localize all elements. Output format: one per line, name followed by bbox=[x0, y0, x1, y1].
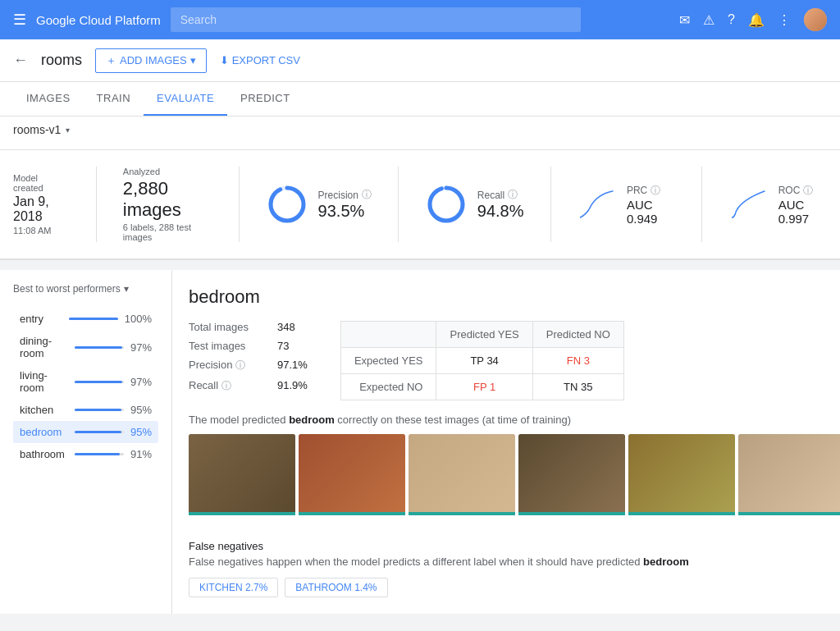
prc-label: PRC ⓘ bbox=[627, 184, 675, 198]
detail-precision-label: Precision ⓘ bbox=[189, 359, 271, 373]
secondary-nav: ← rooms ＋ ADD IMAGES ▾ ⬇ EXPORT CSV bbox=[0, 39, 840, 82]
nav-icons: ✉ ⚠ ? 🔔 ⋮ bbox=[679, 8, 827, 31]
detail-recall-value: 91.9% bbox=[277, 379, 308, 391]
help-icon[interactable]: ? bbox=[728, 12, 735, 27]
back-button[interactable]: ← bbox=[13, 52, 28, 69]
kitchen-pct: 95% bbox=[130, 404, 152, 416]
sidebar: Best to worst performers ▾ entry 100% di… bbox=[0, 270, 172, 614]
kitchen-label: kitchen bbox=[20, 404, 68, 416]
tab-images[interactable]: IMAGES bbox=[13, 82, 84, 116]
prc-info: PRC ⓘ AUC 0.949 bbox=[627, 184, 675, 226]
test-images-row: Test images 73 bbox=[189, 340, 308, 352]
bedroom-bar bbox=[75, 431, 124, 433]
images-strip bbox=[189, 434, 840, 520]
total-images-row: Total images 348 bbox=[189, 321, 308, 333]
chip-kitchen[interactable]: KITCHEN 2.7% bbox=[189, 578, 278, 597]
avatar[interactable] bbox=[804, 8, 827, 31]
more-icon[interactable]: ⋮ bbox=[778, 12, 791, 28]
email-icon[interactable]: ✉ bbox=[679, 12, 690, 28]
chip-bathroom[interactable]: BATHROOM 1.4% bbox=[285, 578, 387, 597]
add-images-button[interactable]: ＋ ADD IMAGES ▾ bbox=[95, 48, 207, 73]
hamburger-menu[interactable]: ☰ bbox=[13, 11, 26, 29]
add-images-label: ADD IMAGES bbox=[120, 54, 187, 66]
roc-chart bbox=[728, 184, 769, 225]
sidebar-item-living-room[interactable]: living-room 97% bbox=[13, 364, 158, 399]
brand-name: Google Cloud Platform bbox=[36, 13, 161, 27]
sort-selector[interactable]: Best to worst performers ▾ bbox=[13, 283, 158, 295]
room-image-2[interactable] bbox=[299, 434, 405, 520]
roc-info-icon[interactable]: ⓘ bbox=[803, 184, 813, 198]
prc-value: AUC 0.949 bbox=[627, 198, 675, 226]
total-images-value: 348 bbox=[277, 321, 295, 333]
room-image-6[interactable] bbox=[738, 434, 840, 520]
entry-pct: 100% bbox=[125, 313, 152, 325]
svg-point-1 bbox=[271, 188, 304, 221]
roc-label: ROC ⓘ bbox=[778, 184, 827, 198]
sidebar-item-bedroom[interactable]: bedroom 95% bbox=[13, 421, 158, 443]
image-indicator-1 bbox=[189, 512, 295, 515]
search-input[interactable] bbox=[171, 7, 581, 32]
tab-evaluate[interactable]: EVALUATE bbox=[144, 82, 227, 116]
sidebar-item-bathroom[interactable]: bathroom 91% bbox=[13, 443, 158, 465]
stats-bar: Model created Jan 9, 2018 11:08 AM Analy… bbox=[0, 150, 840, 260]
export-csv-button[interactable]: ⬇ EXPORT CSV bbox=[220, 54, 300, 66]
image-indicator-6 bbox=[738, 512, 840, 515]
roc-metric: ROC ⓘ AUC 0.997 bbox=[728, 184, 827, 226]
image-indicator-3 bbox=[409, 512, 515, 515]
sidebar-item-entry[interactable]: entry 100% bbox=[13, 308, 158, 330]
model-created-time: 11:08 AM bbox=[13, 226, 70, 235]
detail-precision-info-icon[interactable]: ⓘ bbox=[235, 359, 245, 371]
false-negatives-section: False negatives False negatives happen w… bbox=[189, 540, 840, 597]
entry-label: entry bbox=[20, 313, 62, 325]
roc-info: ROC ⓘ AUC 0.997 bbox=[778, 184, 827, 226]
detail-recall-info-icon[interactable]: ⓘ bbox=[221, 380, 231, 391]
top-navigation: ☰ Google Cloud Platform ✉ ⚠ ? 🔔 ⋮ bbox=[0, 0, 840, 39]
cm-expected-no: Expected NO bbox=[340, 374, 436, 400]
detail-precision-value: 97.1% bbox=[277, 359, 308, 371]
room-image-4[interactable] bbox=[518, 434, 625, 520]
image-indicator-4 bbox=[518, 512, 625, 515]
add-icon: ＋ bbox=[106, 53, 116, 68]
bedroom-pct: 95% bbox=[130, 426, 152, 438]
confusion-matrix-container: Predicted YES Predicted NO Expected YES … bbox=[340, 321, 624, 400]
entry-bar bbox=[69, 318, 118, 320]
images-caption: The model predicted bedroom correctly on… bbox=[189, 414, 840, 426]
label-chips: KITCHEN 2.7% BATHROOM 1.4% bbox=[189, 578, 840, 597]
confusion-matrix: Predicted YES Predicted NO Expected YES … bbox=[340, 321, 624, 400]
image-indicator-2 bbox=[299, 512, 405, 515]
cm-fn: FN 3 bbox=[532, 348, 623, 374]
svg-point-3 bbox=[430, 188, 463, 221]
precision-info-icon[interactable]: ⓘ bbox=[362, 188, 372, 202]
precision-row: Precision ⓘ 97.1% bbox=[189, 359, 308, 373]
bedroom-label: bedroom bbox=[20, 426, 68, 438]
warning-icon[interactable]: ⚠ bbox=[703, 12, 714, 28]
recall-metric: Recall ⓘ 94.8% bbox=[425, 183, 524, 226]
tab-bar: IMAGES TRAIN EVALUATE PREDICT bbox=[0, 82, 840, 117]
model-selector[interactable]: rooms-v1 ▾ bbox=[0, 117, 840, 150]
sort-label: Best to worst performers bbox=[13, 283, 121, 295]
analyzed-sub: 6 labels, 288 test images bbox=[123, 222, 212, 242]
tab-train[interactable]: TRAIN bbox=[84, 82, 144, 116]
cm-tp: TP 34 bbox=[436, 348, 532, 374]
prc-info-icon[interactable]: ⓘ bbox=[651, 184, 660, 198]
recall-info-icon[interactable]: ⓘ bbox=[508, 188, 518, 202]
analyzed-stat: Analyzed 2,880 images 6 labels, 288 test… bbox=[123, 167, 212, 242]
cm-expected-yes: Expected YES bbox=[340, 348, 436, 374]
chevron-down-icon: ▾ bbox=[190, 54, 196, 66]
divider-2 bbox=[239, 167, 240, 242]
download-icon: ⬇ bbox=[220, 54, 229, 66]
analyzed-label: Analyzed bbox=[123, 167, 212, 176]
model-chevron-icon: ▾ bbox=[66, 126, 70, 135]
main-area: Best to worst performers ▾ entry 100% di… bbox=[0, 270, 840, 614]
sidebar-item-dining-room[interactable]: dining-room 97% bbox=[13, 330, 158, 364]
tab-predict[interactable]: PREDICT bbox=[227, 82, 304, 116]
sidebar-item-kitchen[interactable]: kitchen 95% bbox=[13, 399, 158, 421]
sort-chevron-icon: ▾ bbox=[124, 283, 129, 295]
room-image-1[interactable] bbox=[189, 434, 295, 520]
recall-label: Recall ⓘ bbox=[477, 188, 524, 202]
room-image-3[interactable] bbox=[409, 434, 515, 520]
detail-stats-col: Total images 348 Test images 73 Precisio… bbox=[189, 321, 308, 400]
total-images-label: Total images bbox=[189, 321, 271, 333]
room-image-5[interactable] bbox=[628, 434, 735, 520]
bell-icon[interactable]: 🔔 bbox=[748, 12, 765, 28]
